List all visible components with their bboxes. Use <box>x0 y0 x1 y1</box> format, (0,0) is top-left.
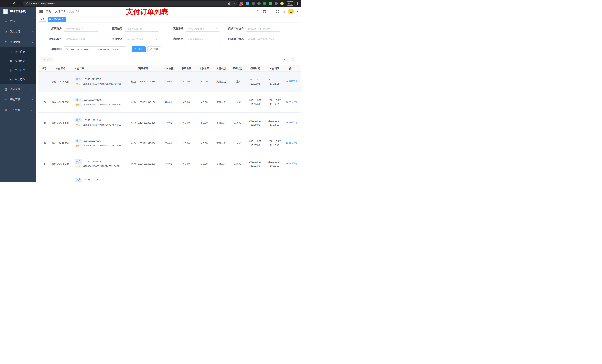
cell-create_time: 2021-10-27 13:11:08 <box>246 160 265 168</box>
cell-fee: ¥ 0.00 <box>178 80 195 84</box>
tab-active[interactable]: 支付订单× <box>48 17 66 22</box>
payment-icon: ¥ <box>4 41 8 44</box>
sidebar-item-label: 系统管理 <box>10 30 20 33</box>
sidebar-item-label: 基础设施 <box>10 88 20 91</box>
view-detail-link[interactable]: 查看详情 <box>286 100 298 104</box>
sidebar-item-label: 应用信息 <box>15 59 25 63</box>
help-icon[interactable]: ? <box>269 10 273 13</box>
extension-blue-drop-icon[interactable] <box>246 2 249 5</box>
sidebar-item-app-info[interactable]: ▦应用信息 <box>0 56 36 66</box>
logo[interactable]: 芋道管理系统 <box>0 7 36 16</box>
cell-id: 21 <box>38 80 48 84</box>
reset-button[interactable]: 重置 <box>147 46 161 52</box>
extension-face-icon[interactable] <box>280 2 284 5</box>
breadcrumb: 首页/支付管理/支付订单 <box>46 10 80 13</box>
chevron-down-icon <box>156 28 157 29</box>
browser-reload-icon[interactable] <box>12 1 17 6</box>
sidebar-item-merchant-info[interactable]: ▤商户信息 <box>0 47 36 56</box>
hamburger-icon[interactable] <box>39 10 43 13</box>
avatar-caret-icon[interactable]: ▾ <box>297 10 298 13</box>
cell-id: 18 <box>38 141 48 145</box>
browser-update-button[interactable]: 更新 <box>286 1 295 6</box>
download-icon <box>43 58 45 61</box>
cell-op: 查看详情 <box>284 121 299 125</box>
breadcrumb-item[interactable]: 支付管理 <box>55 10 65 13</box>
sidebar-submenu: ▤商户信息▦应用信息◎支付订单▣退款订单 <box>0 47 36 84</box>
cell-op: 查看详情 <box>284 100 299 104</box>
cell-amount: ¥ 0.01 <box>160 162 178 166</box>
url-text[interactable]: localhost:1024/pay/order <box>29 2 226 5</box>
browser-back-icon[interactable]: ← <box>2 1 7 6</box>
chevron-down-icon <box>31 88 33 90</box>
table-body: 21微信 JSAPI 支付商户1635312124657支付4200001174… <box>38 72 301 182</box>
cell-pay_time: 2021-10-27 13:18:10 <box>265 119 284 127</box>
extension-green-chat-icon[interactable] <box>269 2 272 5</box>
table-toolbar: 导出 <box>41 57 301 62</box>
cell-title: 标题：1635312124656 <box>127 80 160 84</box>
export-button[interactable]: 导出 <box>41 57 53 62</box>
refund-order-icon: ▣ <box>9 78 13 81</box>
extension-dark-icon[interactable] <box>252 2 255 5</box>
toggle-search-button[interactable] <box>282 57 288 62</box>
view-detail-link[interactable]: 查看详情 <box>286 162 298 165</box>
notify-status-filter[interactable]: 请选择订单回调商户状态 <box>246 36 280 42</box>
merchant-filter[interactable] <box>64 26 98 32</box>
share-icon[interactable] <box>228 2 231 5</box>
view-detail-link[interactable]: 查看详情 <box>286 141 298 145</box>
sidebar-item-dev-tools[interactable]: ✎研发工具 <box>0 94 36 105</box>
cell-notify: 未通知 <box>229 121 246 125</box>
address-bar[interactable]: i localhost:1024/pay/order ☆ <box>23 1 237 6</box>
refresh-icon <box>291 58 294 61</box>
extension-pin-icon[interactable] <box>275 2 278 5</box>
sidebar-item-refund-order[interactable]: ▣退款订单 <box>0 75 36 84</box>
tab-close-icon[interactable]: × <box>62 18 64 21</box>
breadcrumb-separator: / <box>53 10 53 13</box>
create-time-range-picker[interactable]: 2021-10-01 00:00:00 - 2021-10-31 23:59:5… <box>64 46 126 52</box>
cell-title: 标题：1635311823086 <box>127 141 160 145</box>
channel-code-filter[interactable]: 请输入渠道编码 <box>185 26 220 32</box>
pay-status-filter-label: 支付状态 <box>102 37 122 41</box>
cell-amount: ¥ 0.01 <box>160 80 178 84</box>
search-button[interactable]: 搜索 <box>132 46 146 52</box>
tab-page[interactable]: 首页 <box>39 17 46 22</box>
extensions-colorful-icon[interactable]: 10 <box>240 2 243 5</box>
extensions-area: 10✓ <box>240 2 284 5</box>
column-header-title: 商品标题 <box>127 67 160 70</box>
merchant-order-no: 1635311881440 <box>84 118 101 123</box>
github-icon[interactable] <box>263 10 266 13</box>
view-detail-link[interactable]: 查看详情 <box>286 80 298 83</box>
sidebar-item-pay-order[interactable]: ◎支付订单 <box>0 66 36 75</box>
table-row: 21微信 JSAPI 支付商户1635312124657支付4200001174… <box>38 72 301 92</box>
channel-order-no-filter[interactable] <box>64 36 98 42</box>
search-icon <box>286 163 288 165</box>
sidebar-item-workflow[interactable]: ▧工作流程 <box>0 105 36 115</box>
font-size-icon[interactable]: TT <box>282 10 285 13</box>
cell-refund: ¥ 0.00 <box>195 100 213 104</box>
cell-create_time: 2021-10-27 13:22:05 <box>246 78 265 86</box>
table-header-row: 编号支付渠道支付订单商品标题支付金额手续金额退款金额支付状态回调状态创建时间支付… <box>38 65 301 72</box>
refund-status-filter[interactable]: 请选择退款状态 <box>185 36 220 42</box>
extension-green-check-icon[interactable]: ✓ <box>263 2 266 5</box>
browser-menu-icon[interactable]: ⋮ <box>296 1 299 6</box>
breadcrumb-item[interactable]: 首页 <box>46 10 51 13</box>
fullscreen-icon[interactable] <box>276 10 279 13</box>
refresh-table-button[interactable] <box>290 57 295 62</box>
sidebar-item-home[interactable]: ⌂首页 <box>0 16 36 26</box>
user-avatar[interactable] <box>288 9 294 14</box>
extension-green-icon[interactable] <box>257 2 261 5</box>
sidebar-item-payment[interactable]: ¥支付管理 <box>0 37 36 47</box>
browser-home-icon[interactable]: ⌂ <box>17 1 22 6</box>
app-filter[interactable]: 请选择应用信息 <box>125 26 159 32</box>
pay-status-filter[interactable]: 请选择支付状态 <box>125 36 159 42</box>
view-detail-label: 查看详情 <box>289 80 298 83</box>
cell-op: 查看详情 <box>284 141 299 145</box>
search-icon[interactable] <box>256 10 260 13</box>
view-detail-link[interactable]: 查看详情 <box>286 121 298 124</box>
bookmark-star-icon[interactable]: ☆ <box>233 2 235 5</box>
app-filter-field: 应用编号请选择应用信息 <box>102 26 159 32</box>
sidebar-item-system[interactable]: ⚙系统管理 <box>0 26 36 37</box>
site-info-icon[interactable]: i <box>25 2 28 5</box>
browser-forward-icon[interactable]: → <box>7 1 12 6</box>
merchant-order-no-filter[interactable] <box>246 26 280 32</box>
sidebar-item-infrastructure[interactable]: ▥基础设施 <box>0 84 36 94</box>
